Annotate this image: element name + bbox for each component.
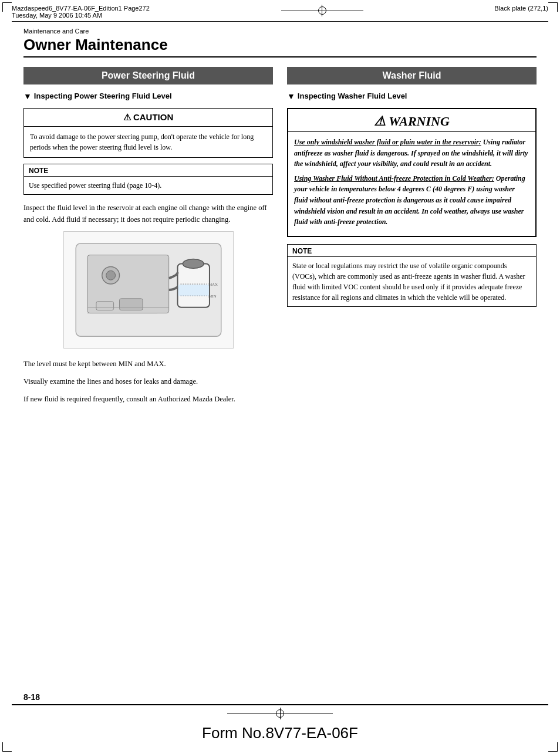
right-note-box: NOTE State or local regulations may rest…: [287, 244, 537, 307]
svg-rect-8: [178, 285, 208, 296]
caution-box: ⚠ CAUTION To avoid damage to the power s…: [23, 108, 273, 158]
left-section-header: Power Steering Fluid: [23, 67, 273, 84]
svg-point-3: [183, 259, 204, 269]
right-sub-heading: ▼ Inspecting Washer Fluid Level: [287, 92, 537, 101]
two-column-layout: Power Steering Fluid ▼ Inspecting Power …: [23, 67, 537, 411]
bottom-area: 8-18 Form No.8V77-EA-06F: [0, 687, 560, 754]
top-meta-left: Mazdaspeed6_8V77-EA-06F_Edition1 Page272…: [12, 5, 150, 19]
engine-svg: MAX MIN: [63, 231, 234, 349]
bottom-rule-left: [227, 714, 274, 714]
left-column: Power Steering Fluid ▼ Inspecting Power …: [23, 67, 273, 411]
left-para4: If new fluid is required frequently, con…: [23, 393, 273, 405]
page-number: 8-18: [23, 692, 40, 702]
warning-box: ⚠ WARNING Use only windshield washer flu…: [287, 108, 537, 237]
right-section-header: Washer Fluid: [287, 67, 537, 84]
page-wrapper: Mazdaspeed6_8V77-EA-06F_Edition1 Page272…: [0, 0, 560, 754]
warning-para1-underline: Use only windshield washer fluid or plai…: [294, 138, 481, 146]
left-note-box: NOTE Use specified power steering fluid …: [23, 164, 273, 195]
engine-image-container: MAX MIN: [23, 231, 273, 351]
registration-mark-bottom: [274, 708, 286, 719]
warning-para2-underline: Using Washer Fluid Without Anti-freeze P…: [294, 174, 494, 182]
corner-mark-tr: [548, 2, 558, 12]
top-meta: Mazdaspeed6_8V77-EA-06F_Edition1 Page272…: [0, 0, 560, 21]
right-note-body: State or local regulations may restrict …: [288, 257, 536, 306]
triangle-bullet-right: ▼: [287, 92, 295, 101]
registration-mark-top: [316, 5, 328, 16]
title-rule: [23, 56, 537, 58]
top-rule-right: [328, 11, 363, 11]
warning-box-header: ⚠ WARNING: [288, 109, 535, 132]
svg-text:MAX: MAX: [208, 282, 217, 286]
left-para3: Visually examine the lines and hoses for…: [23, 376, 273, 387]
corner-mark-tl: [2, 2, 12, 12]
bottom-marks-row: [0, 705, 560, 722]
top-meta-right: Black plate (272,1): [494, 5, 548, 12]
warning-box-body: Use only windshield washer fluid or plai…: [288, 132, 535, 236]
svg-rect-12: [119, 299, 143, 310]
main-content: Maintenance and Care Owner Maintenance P…: [0, 22, 560, 422]
caution-header: ⚠ CAUTION: [24, 109, 272, 127]
left-para2: The level must be kept between MIN and M…: [23, 358, 273, 370]
page-number-area: 8-18: [0, 687, 560, 704]
left-para1: Inspect the fluid level in the reservoir…: [23, 202, 273, 225]
svg-rect-11: [96, 302, 113, 310]
svg-text:MIN: MIN: [208, 294, 215, 298]
caution-body: To avoid damage to the power steering pu…: [24, 127, 272, 157]
right-note-header: NOTE: [288, 245, 536, 257]
left-sub-heading-text: Inspecting Power Steering Fluid Level: [34, 92, 172, 100]
triangle-bullet-left: ▼: [23, 92, 32, 101]
top-rule-left: [281, 11, 316, 11]
right-sub-heading-text: Inspecting Washer Fluid Level: [298, 92, 407, 100]
right-column: Washer Fluid ▼ Inspecting Washer Fluid L…: [287, 67, 537, 411]
form-number: Form No.8V77-EA-06F: [0, 722, 560, 754]
bottom-rule-right: [286, 714, 333, 714]
left-sub-heading: ▼ Inspecting Power Steering Fluid Level: [23, 92, 273, 101]
warning-para1: Use only windshield washer fluid or plai…: [294, 137, 529, 170]
left-note-body: Use specified power steering fluid (page…: [24, 177, 272, 194]
page-title: Owner Maintenance: [23, 36, 537, 54]
left-note-header: NOTE: [24, 164, 272, 177]
svg-point-10: [106, 271, 115, 280]
warning-para2: Using Washer Fluid Without Anti-freeze P…: [294, 173, 529, 228]
breadcrumb: Maintenance and Care: [23, 28, 537, 35]
